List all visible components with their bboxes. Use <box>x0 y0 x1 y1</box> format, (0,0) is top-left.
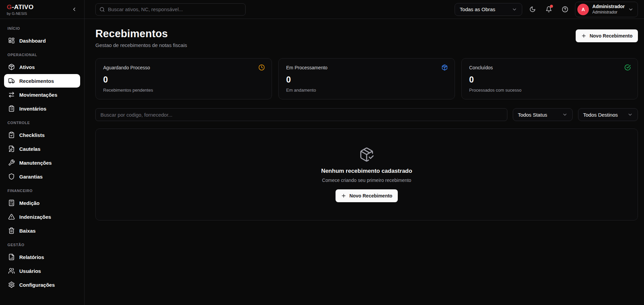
user-name: Administrador <box>592 4 625 10</box>
global-search <box>95 3 246 16</box>
sidebar-item-label: Manutenções <box>19 160 52 166</box>
sidebar-item-relatorios[interactable]: Relatórios <box>4 250 80 264</box>
chevron-down-icon <box>512 7 517 12</box>
users-icon <box>8 267 15 274</box>
stat-label: Concluídos <box>469 65 630 70</box>
sidebar-item-recebimentos[interactable]: Recebimentos <box>4 74 80 88</box>
sidebar-item-manutencoes[interactable]: Manutenções <box>4 156 80 169</box>
new-recebimento-button-label: Novo Recebimento <box>590 33 632 39</box>
clipboard-check-icon <box>8 132 15 138</box>
empty-new-recebimento-button-label: Novo Recebimento <box>349 193 392 198</box>
nav-section-operacional: OPERACIONAL <box>7 53 77 57</box>
dashboard-icon <box>8 37 15 44</box>
destino-select-value: Todos Destinos <box>583 112 618 118</box>
clock-icon <box>258 64 265 71</box>
shield-icon <box>8 173 15 180</box>
file-bar-chart-icon <box>8 254 15 260</box>
arrow-right-left-icon <box>8 91 15 98</box>
moon-icon <box>529 6 536 13</box>
brand-rest: -ATIVO <box>12 3 33 10</box>
stat-label: Aguardando Processo <box>103 65 264 70</box>
sidebar-item-label: Relatórios <box>19 254 44 260</box>
sidebar-item-label: Movimentações <box>19 92 58 98</box>
sidebar-item-baixas[interactable]: Baixas <box>4 224 80 237</box>
brand-subtitle: by G-NESIS <box>7 11 33 16</box>
filter-search-input[interactable] <box>95 108 507 121</box>
sidebar-nav: INÍCIO Dashboard OPERACIONAL Ativos Rece… <box>0 19 84 295</box>
nav-section-gestao: GESTÃO <box>7 243 77 247</box>
stat-value: 0 <box>469 75 630 85</box>
page-header: Recebimentos Gestao de recebimentos de n… <box>95 28 638 48</box>
empty-state-subtitle: Comece criando seu primeiro recebimento <box>322 178 411 183</box>
help-circle-icon <box>562 6 568 13</box>
sidebar-item-medicao[interactable]: Medição <box>4 196 80 210</box>
stat-value: 0 <box>286 75 447 85</box>
nav-section-inicio: INÍCIO <box>7 26 77 30</box>
page-header-texts: Recebimentos Gestao de recebimentos de n… <box>95 28 187 48</box>
stat-card-concluidos: Concluídos 0 Processados com sucesso <box>461 58 638 99</box>
trash-icon <box>8 227 15 234</box>
obras-select-value: Todas as Obras <box>460 6 495 12</box>
sidebar-item-label: Inventários <box>19 106 46 112</box>
stat-label: Em Processamento <box>286 65 447 70</box>
stat-card-processamento: Em Processamento 0 Em andamento <box>278 58 455 99</box>
nav-section-controle: CONTROLE <box>7 121 77 125</box>
sidebar-item-dashboard[interactable]: Dashboard <box>4 34 80 47</box>
stats-row: Aguardando Processo 0 Recebimentos pende… <box>95 58 638 99</box>
status-select-value: Todos Status <box>518 112 547 118</box>
topbar: Todas as Obras A Administrador <box>85 0 644 19</box>
empty-state-title: Nenhum recebimento cadastrado <box>321 168 412 174</box>
brand-logo: G-ATIVO <box>7 3 33 11</box>
stat-value: 0 <box>103 75 264 85</box>
theme-toggle-button[interactable] <box>526 3 538 16</box>
page-title: Recebimentos <box>95 28 187 40</box>
nav-section-financeiro: FINANCEIRO <box>7 189 77 193</box>
file-pen-icon <box>8 145 15 152</box>
user-texts: Administrador Administrador <box>592 4 625 15</box>
gear-icon <box>8 281 15 288</box>
avatar: A <box>577 4 589 15</box>
sidebar-item-usuarios[interactable]: Usuários <box>4 264 80 278</box>
package-check-icon <box>359 147 374 162</box>
sidebar-item-garantias[interactable]: Garantias <box>4 170 80 183</box>
sidebar-item-movimentacoes[interactable]: Movimentações <box>4 88 80 101</box>
sidebar-item-checklists[interactable]: Checklists <box>4 128 80 142</box>
chevron-down-icon <box>562 112 568 117</box>
stat-caption: Processados com sucesso <box>469 88 630 93</box>
chevron-down-icon <box>628 7 634 12</box>
sidebar-item-label: Medição <box>19 200 40 206</box>
user-menu[interactable]: A Administrador Administrador <box>575 2 638 17</box>
sidebar-item-indenizacoes[interactable]: Indenizações <box>4 210 80 224</box>
package-icon <box>8 64 15 70</box>
obras-select[interactable]: Todas as Obras <box>455 3 522 16</box>
stat-caption: Recebimentos pendentes <box>103 88 264 93</box>
user-role: Administrador <box>592 10 625 15</box>
empty-state-card: Nenhum recebimento cadastrado Comece cri… <box>95 128 638 220</box>
sidebar-item-label: Indenizações <box>19 214 51 220</box>
notification-dot <box>550 5 553 8</box>
notifications-button[interactable] <box>543 3 555 16</box>
global-search-input[interactable] <box>95 3 246 16</box>
brand: G-ATIVO by G-NESIS <box>7 3 33 16</box>
new-recebimento-button[interactable]: Novo Recebimento <box>576 29 638 42</box>
search-icon <box>99 7 105 12</box>
calculator-icon <box>8 200 15 206</box>
empty-new-recebimento-button[interactable]: Novo Recebimento <box>336 189 398 202</box>
sidebar-item-inventarios[interactable]: Inventários <box>4 102 80 115</box>
destino-select[interactable]: Todos Destinos <box>578 108 638 121</box>
alert-triangle-icon <box>8 213 15 220</box>
sidebar-item-configuracoes[interactable]: Configurações <box>4 278 80 291</box>
wrench-icon <box>8 159 15 166</box>
brand-accent: G <box>7 3 12 10</box>
sidebar-item-ativos[interactable]: Ativos <box>4 60 80 74</box>
help-button[interactable] <box>559 3 571 16</box>
truck-icon <box>8 77 15 84</box>
sidebar-item-label: Recebimentos <box>19 78 54 84</box>
check-circle-icon <box>624 64 631 71</box>
sidebar-collapse-button[interactable] <box>69 5 79 14</box>
chevron-left-icon <box>71 6 77 12</box>
sidebar-item-label: Baixas <box>19 228 36 234</box>
sidebar-item-label: Dashboard <box>19 38 46 44</box>
status-select[interactable]: Todos Status <box>513 108 573 121</box>
sidebar-item-cautelas[interactable]: Cautelas <box>4 142 80 156</box>
